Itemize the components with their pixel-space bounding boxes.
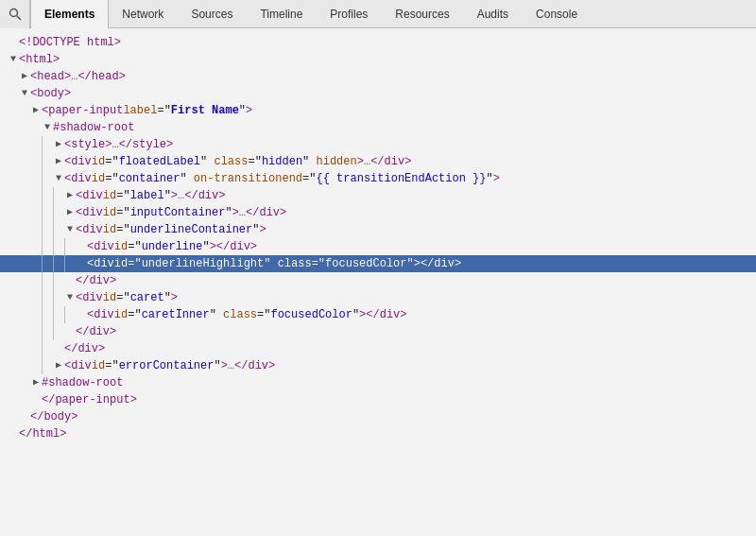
line-caretinner: <div id="caretInner" class="focusedColor… [8,306,756,323]
line-paper-input: <paper-input label="First Name"> [8,102,756,119]
line-body-close: </body> [8,408,756,425]
tab-sources[interactable]: Sources [178,0,247,28]
line-doctype: <!DOCTYPE html> [8,34,756,51]
line-underlinecontainer-close: </div> [8,272,756,289]
toggle-inputcontainer[interactable] [64,204,76,221]
line-errorcontainer: <div id="errorContainer">…</div> [8,357,756,374]
line-underlinehighlight[interactable]: <div id="underlineHighlight" class="focu… [0,255,756,272]
toggle-style[interactable] [53,136,64,153]
toggle-container[interactable] [53,170,64,187]
toggle-shadow-root[interactable] [42,119,53,136]
line-html-open: <html> [8,51,756,68]
toggle-paper-input[interactable] [30,102,42,119]
tab-timeline[interactable]: Timeline [247,0,317,28]
line-head: <head>…</head> [8,68,756,85]
line-container-close: </div> [8,340,756,357]
toggle-caret[interactable] [64,289,76,306]
line-label: <div id="label">…</div> [8,187,756,204]
line-shadow-root: #shadow-root [8,119,756,136]
tab-resources[interactable]: Resources [382,0,463,28]
line-underlinecontainer: <div id="underlineContainer"> [8,221,756,238]
line-floatedlabel: <div id="floatedLabel" class="hidden" hi… [8,153,756,170]
search-button[interactable] [0,0,30,28]
line-html-close: </html> [8,425,756,442]
toggle-body[interactable] [19,85,30,102]
line-inputcontainer: <div id="inputContainer">…</div> [8,204,756,221]
devtools-toolbar: Elements Network Sources Timeline Profil… [0,0,756,28]
tab-audits[interactable]: Audits [464,0,523,28]
svg-line-1 [16,15,21,20]
line-shadow-root-close: #shadow-root [8,374,756,391]
toggle-underlinecontainer[interactable] [64,221,76,238]
line-paper-input-close: </paper-input> [8,391,756,408]
line-container: <div id="container" on-transitionend="{{… [8,170,756,187]
dom-tree: <!DOCTYPE html> <html> <head>…</head> <b… [0,28,756,536]
line-body-open: <body> [8,85,756,102]
toggle-errorcontainer[interactable] [53,357,64,374]
tab-console[interactable]: Console [523,0,592,28]
line-style: <style>…</style> [8,136,756,153]
tab-network[interactable]: Network [109,0,178,28]
toggle-head[interactable] [19,68,30,85]
line-caret: <div id="caret"> [8,289,756,306]
svg-point-0 [9,9,17,16]
tab-profiles[interactable]: Profiles [317,0,382,28]
line-caret-close: </div> [8,323,756,340]
toggle-label[interactable] [64,187,76,204]
toggle-floatedlabel[interactable] [53,153,64,170]
line-underline: <div id="underline"></div> [8,238,756,255]
tab-elements[interactable]: Elements [30,0,109,28]
toggle-shadow-root-close[interactable] [30,374,42,391]
toggle-html[interactable] [8,51,19,68]
